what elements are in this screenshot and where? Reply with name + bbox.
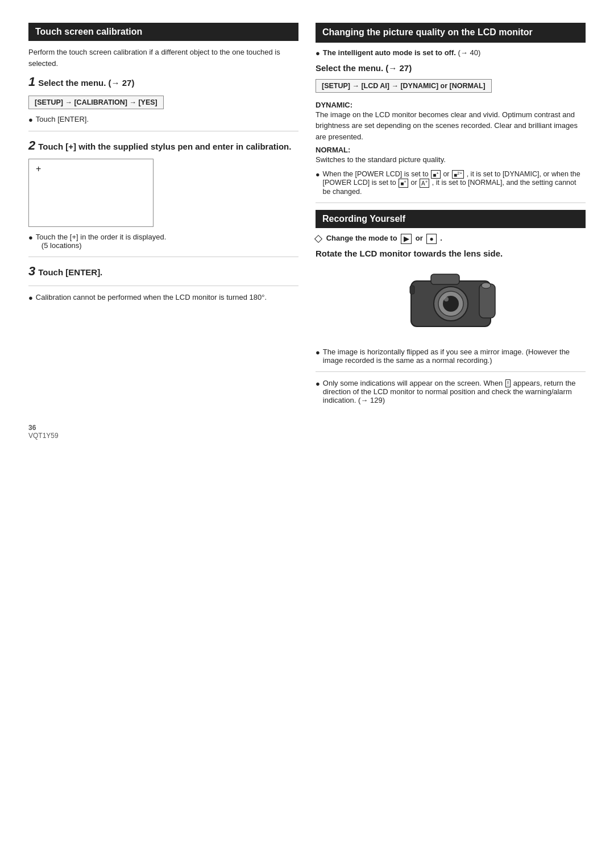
- step2-text: Touch [+] with the supplied stylus pen a…: [38, 142, 291, 151]
- lcd-section-header: Changing the picture quality on the LCD …: [316, 23, 586, 43]
- change-mode-prefix: Change the mode to: [326, 234, 397, 242]
- power-icon3: ■+: [399, 179, 408, 187]
- step3-text: Touch [ENTER].: [38, 267, 102, 277]
- svg-rect-7: [410, 286, 414, 294]
- power-icon4: A+: [420, 179, 429, 187]
- lcd-note1-ref: (→ 40): [458, 48, 481, 57]
- change-mode-line: Change the mode to ▶ or ● .: [316, 234, 586, 244]
- record-bullet1: ● The image is horizontally flipped as i…: [316, 348, 586, 365]
- step1-text: Select the menu. (→ 27): [38, 78, 134, 88]
- divider-2: [28, 257, 298, 257]
- record-title: Recording Yourself: [322, 214, 405, 224]
- step3-bullet-text: Calibration cannot be performed when the…: [36, 293, 267, 301]
- lcd-step1-heading: Select the menu. (→ 27): [316, 63, 586, 73]
- normal-text: Switches to the standard picture quality…: [316, 155, 446, 164]
- page-footer: 36 VQT1Y59: [28, 424, 586, 440]
- step1-heading: 1 Select the menu. (→ 27): [28, 75, 298, 89]
- model-number: VQT1Y59: [28, 432, 59, 440]
- bullet-dot-2: ●: [28, 233, 33, 242]
- warning-icon: !: [505, 379, 511, 387]
- step3-num: 3: [28, 264, 35, 279]
- svg-point-8: [482, 283, 491, 288]
- camera-image: [400, 264, 502, 340]
- page-layout: Touch screen calibration Perform the tou…: [28, 23, 586, 407]
- lcd-step1-text: Select the menu. (→ 27): [316, 63, 412, 73]
- record-bullet1-text: The image is horizontally flipped as if …: [323, 348, 586, 365]
- right-column: Changing the picture quality on the LCD …: [316, 23, 586, 407]
- rotate-text: Rotate the LCD monitor towards the lens …: [316, 249, 586, 258]
- calibration-box: +: [28, 159, 154, 227]
- photo-mode-icon: ●: [426, 234, 436, 244]
- step1-bullet-text: Touch [ENTER].: [36, 115, 89, 123]
- step3-heading: 3 Touch [ENTER].: [28, 264, 298, 279]
- power-or2: or: [410, 179, 419, 187]
- normal-label: NORMAL:: [316, 146, 350, 154]
- movie-mode-icon: ▶: [401, 234, 412, 244]
- svg-rect-6: [479, 284, 495, 318]
- normal-section: NORMAL: Switches to the standard picture…: [316, 146, 586, 166]
- record-bullet2-prefix: Only some indications will appear on the…: [323, 379, 503, 387]
- step1-bullet: ● Touch [ENTER].: [28, 115, 298, 124]
- change-mode-or: or: [416, 234, 423, 242]
- record-bullet2: ● Only some indications will appear on t…: [316, 379, 586, 405]
- power-icon2: ■2+: [452, 170, 464, 179]
- power-note: When the [POWER LCD] is set to: [323, 170, 431, 178]
- diamond-icon: [314, 234, 322, 242]
- step2-heading: 2 Touch [+] with the supplied stylus pen…: [28, 138, 298, 153]
- left-column: Touch screen calibration Perform the tou…: [28, 23, 298, 407]
- lcd-note1: ● The intelligent auto mode is set to of…: [316, 48, 586, 57]
- record-section-header: Recording Yourself: [316, 210, 586, 228]
- right-divider-2: [316, 371, 586, 372]
- divider-3: [28, 286, 298, 286]
- touch-screen-section-header: Touch screen calibration: [28, 23, 298, 41]
- camera-svg: [400, 264, 502, 338]
- step2-sub: (5 locations): [36, 241, 82, 250]
- right-divider-1: [316, 202, 586, 203]
- plus-symbol: +: [36, 164, 41, 174]
- svg-rect-5: [431, 274, 459, 284]
- touch-screen-intro: Perform the touch screen calibration if …: [28, 47, 298, 69]
- bullet-dot: ●: [28, 115, 33, 124]
- svg-point-4: [444, 297, 449, 301]
- step1-num: 1: [28, 75, 35, 89]
- step3-bullet: ● Calibration cannot be performed when t…: [28, 293, 298, 302]
- step2-num: 2: [28, 138, 35, 153]
- lcd-note1-bold: The intelligent auto mode is set to off.: [323, 48, 456, 57]
- step1-menu-box: [SETUP] → [CALIBRATION] → [YES]: [28, 96, 164, 109]
- dynamic-text: The image on the LCD monitor becomes cle…: [316, 110, 578, 141]
- lcd-menu-box: [SETUP] → [LCD AI] → [DYNAMIC] or [NORMA…: [316, 79, 492, 93]
- dynamic-section: DYNAMIC: The image on the LCD monitor be…: [316, 101, 586, 143]
- dynamic-label: DYNAMIC:: [316, 101, 352, 109]
- step2-bullet1: ● Touch the [+] in the order it is displ…: [28, 233, 298, 250]
- touch-screen-title: Touch screen calibration: [35, 27, 142, 36]
- power-or1: or: [443, 170, 451, 178]
- page-number: 36: [28, 424, 36, 432]
- step2-bullet1-text: Touch the [+] in the order it is display…: [36, 233, 166, 250]
- bullet-dot-3: ●: [28, 294, 33, 302]
- divider-1: [28, 131, 298, 131]
- power-icon1: ■+: [431, 170, 441, 179]
- power-lcd-note: ● When the [POWER LCD] is set to ■+ or ■…: [316, 170, 586, 196]
- lcd-title: Changing the picture quality on the LCD …: [322, 27, 533, 37]
